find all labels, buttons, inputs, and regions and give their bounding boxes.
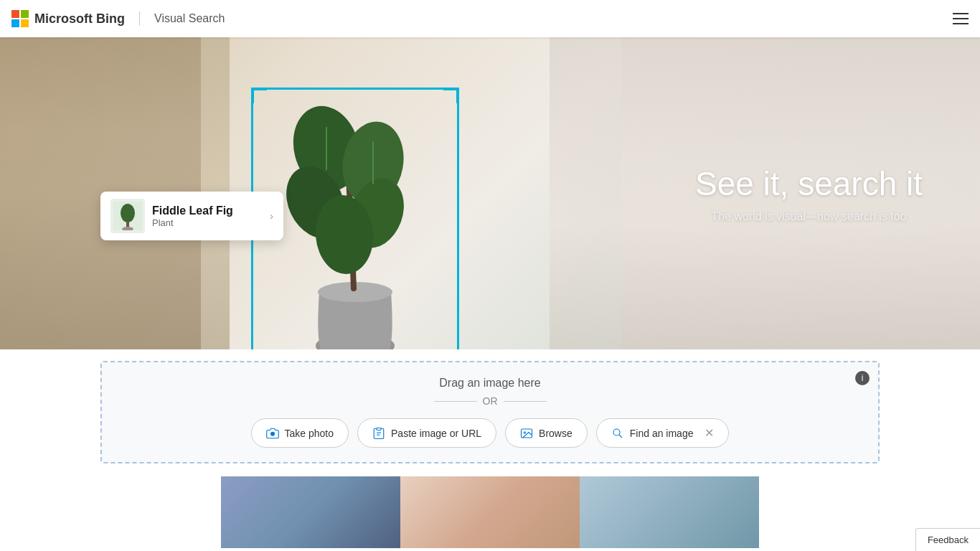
corner-tr — [443, 88, 459, 103]
logo-area[interactable]: Microsoft Bing Visual Search — [11, 10, 225, 27]
svg-rect-0 — [11, 10, 19, 18]
svg-point-19 — [524, 431, 525, 433]
plant-image-area: Fiddle Leaf Fig Plant › — [230, 73, 459, 349]
take-photo-label: Take photo — [285, 428, 334, 439]
hero-headline: See it, search it — [695, 164, 923, 203]
svg-point-20 — [613, 429, 620, 435]
result-text-area: Fiddle Leaf Fig Plant — [152, 204, 263, 228]
svg-line-21 — [619, 434, 622, 437]
paste-image-button[interactable]: Paste image or URL — [357, 418, 496, 448]
thumbnail-2[interactable] — [400, 476, 580, 548]
image-icon — [520, 427, 533, 440]
info-label: i — [862, 373, 864, 383]
corner-tl — [251, 88, 267, 103]
menu-line-1 — [953, 13, 969, 14]
find-image-close-icon[interactable]: ✕ — [705, 426, 714, 440]
svg-rect-3 — [21, 19, 29, 27]
result-thumbnail — [110, 199, 145, 233]
hero-subtext: The world is visual—now search is too — [695, 210, 923, 223]
search-icon — [611, 427, 624, 440]
result-plant-type: Plant — [152, 217, 263, 228]
or-text: OR — [483, 395, 498, 407]
thumbnail-1[interactable] — [221, 476, 400, 548]
svg-rect-2 — [11, 19, 19, 27]
menu-line-3 — [953, 23, 969, 24]
camera-icon — [266, 427, 279, 440]
or-divider: OR — [202, 395, 778, 407]
thumbnail-3[interactable] — [580, 476, 759, 548]
clipboard-icon — [372, 427, 385, 440]
upload-buttons-row: Take photo Paste image or URL — [202, 418, 778, 448]
hero-section: Fiddle Leaf Fig Plant › See it, search i… — [0, 37, 980, 349]
page-title: Visual Search — [154, 12, 225, 25]
svg-rect-1 — [21, 10, 29, 18]
drag-text: Drag an image here — [202, 377, 778, 390]
info-icon-button[interactable]: i — [855, 371, 870, 385]
svg-rect-15 — [377, 428, 381, 430]
result-arrow-icon: › — [270, 210, 273, 222]
browse-button[interactable]: Browse — [505, 418, 588, 448]
find-image-label: Find an image — [630, 428, 694, 439]
microsoft-logo-icon — [11, 10, 29, 27]
bottom-thumbnails — [0, 476, 980, 548]
result-tooltip[interactable]: Fiddle Leaf Fig Plant › — [100, 192, 283, 240]
header-divider — [139, 11, 140, 26]
feedback-button[interactable]: Feedback — [915, 528, 980, 551]
paste-image-label: Paste image or URL — [391, 428, 481, 439]
menu-line-2 — [953, 18, 969, 19]
header: Microsoft Bing Visual Search — [0, 0, 980, 37]
take-photo-button[interactable]: Take photo — [251, 418, 349, 448]
result-plant-name: Fiddle Leaf Fig — [152, 204, 263, 217]
bing-label: Microsoft Bing — [34, 11, 125, 27]
browse-label: Browse — [539, 428, 573, 439]
upload-drop-zone: i Drag an image here OR Take photo — [100, 361, 880, 463]
svg-point-12 — [121, 204, 135, 222]
hamburger-menu-button[interactable] — [953, 13, 969, 24]
find-image-button[interactable]: Find an image ✕ — [596, 418, 730, 448]
hero-text-block: See it, search it The world is visual—no… — [695, 164, 923, 223]
